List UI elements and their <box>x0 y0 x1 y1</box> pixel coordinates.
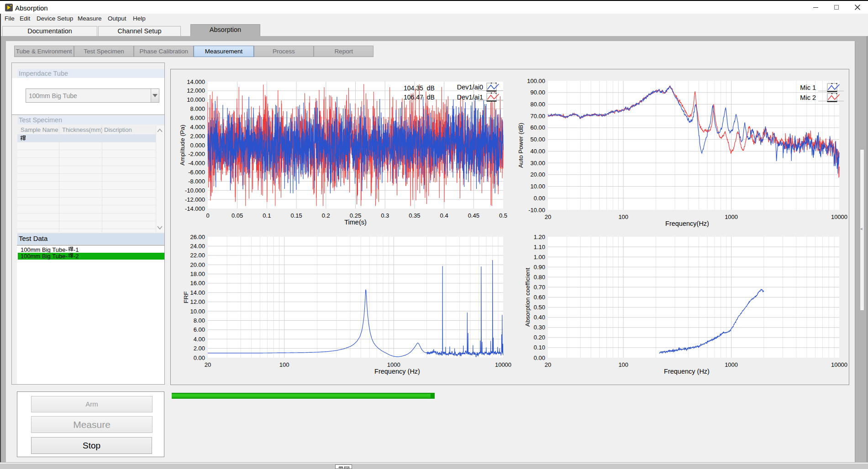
svg-text:1.00: 1.00 <box>534 254 545 261</box>
svg-text:100.00: 100.00 <box>527 78 545 84</box>
svg-text:10.00: 10.00 <box>530 183 545 190</box>
svg-text:6.000: 6.000 <box>190 115 205 121</box>
svg-text:Mic 2: Mic 2 <box>800 94 816 101</box>
svg-text:0.30: 0.30 <box>534 324 545 331</box>
svg-text:0.60: 0.60 <box>534 294 545 301</box>
svg-text:0.05: 0.05 <box>231 212 243 219</box>
svg-text:-14.000: -14.000 <box>185 205 205 212</box>
svg-text:Auto Power (dB): Auto Power (dB) <box>517 123 524 168</box>
svg-text:10000: 10000 <box>831 361 847 368</box>
svg-text:2.000: 2.000 <box>190 133 205 140</box>
svg-text:10000: 10000 <box>831 214 847 220</box>
svg-text:0.35: 0.35 <box>409 212 420 219</box>
svg-text:106.47 dB: 106.47 dB <box>404 94 435 101</box>
svg-text:4.000: 4.000 <box>190 124 205 130</box>
svg-text:0.2: 0.2 <box>322 212 330 219</box>
svg-text:Frequency(Hz): Frequency(Hz) <box>665 220 709 227</box>
svg-text:2.00: 2.00 <box>194 345 205 352</box>
svg-text:Frequency (Hz): Frequency (Hz) <box>664 368 710 375</box>
svg-text:4.00: 4.00 <box>194 336 205 343</box>
svg-text:-12.000: -12.000 <box>185 196 205 203</box>
svg-text:Absorption coefficient: Absorption coefficient <box>524 268 531 327</box>
svg-text:30.00: 30.00 <box>530 160 545 167</box>
svg-text:20.00: 20.00 <box>190 261 205 268</box>
svg-text:0.5: 0.5 <box>499 212 507 219</box>
svg-text:0.00: 0.00 <box>194 354 205 361</box>
svg-text:10000: 10000 <box>495 361 511 368</box>
svg-text:50.00: 50.00 <box>530 136 545 143</box>
svg-text:18.00: 18.00 <box>190 271 205 277</box>
svg-text:20: 20 <box>545 214 551 220</box>
svg-text:20: 20 <box>205 361 211 368</box>
svg-text:0.00: 0.00 <box>534 195 545 202</box>
svg-text:0.40: 0.40 <box>534 314 545 321</box>
svg-text:-6.000: -6.000 <box>188 169 205 176</box>
svg-text:0.20: 0.20 <box>534 334 545 341</box>
svg-text:10.00: 10.00 <box>190 308 205 315</box>
svg-text:Time(s): Time(s) <box>344 219 367 226</box>
svg-text:16.00: 16.00 <box>190 280 205 287</box>
svg-text:0.90: 0.90 <box>534 264 545 271</box>
svg-text:0.50: 0.50 <box>534 304 545 311</box>
svg-text:Dev1/ai0: Dev1/ai0 <box>457 83 483 91</box>
svg-text:22.00: 22.00 <box>190 252 205 259</box>
svg-text:1.10: 1.10 <box>534 244 545 250</box>
svg-text:26.00: 26.00 <box>190 234 205 240</box>
svg-text:1.20: 1.20 <box>534 234 545 240</box>
svg-text:-10.00: -10.00 <box>528 207 545 214</box>
svg-text:80.00: 80.00 <box>530 101 545 108</box>
svg-text:0: 0 <box>206 212 209 219</box>
svg-text:20: 20 <box>545 361 551 368</box>
svg-text:12.00: 12.00 <box>190 298 205 305</box>
svg-text:14.00: 14.00 <box>190 289 205 296</box>
svg-text:8.00: 8.00 <box>194 317 205 324</box>
svg-text:0.70: 0.70 <box>534 284 545 291</box>
svg-text:0.00: 0.00 <box>534 354 545 361</box>
svg-text:0.4: 0.4 <box>440 212 448 219</box>
svg-text:0.1: 0.1 <box>263 212 271 219</box>
svg-text:0.15: 0.15 <box>290 212 302 219</box>
svg-text:10.000: 10.000 <box>187 96 205 103</box>
svg-text:-8.000: -8.000 <box>188 178 205 185</box>
svg-text:1000: 1000 <box>725 214 738 220</box>
svg-text:0.80: 0.80 <box>534 274 545 281</box>
svg-text:1000: 1000 <box>725 361 738 368</box>
svg-text:0.45: 0.45 <box>468 212 479 219</box>
svg-text:0.10: 0.10 <box>534 344 545 351</box>
svg-text:-2.000: -2.000 <box>188 151 205 157</box>
svg-text:60.00: 60.00 <box>530 124 545 131</box>
svg-text:0.3: 0.3 <box>381 212 389 219</box>
svg-text:-10.000: -10.000 <box>185 187 205 194</box>
svg-text:14.000: 14.000 <box>187 78 205 85</box>
svg-text:70.00: 70.00 <box>530 113 545 120</box>
svg-text:Amplitude (Pa): Amplitude (Pa) <box>179 125 186 165</box>
svg-text:Mic 1: Mic 1 <box>800 84 816 91</box>
svg-text:20.00: 20.00 <box>530 171 545 178</box>
svg-text:24.00: 24.00 <box>190 243 205 250</box>
svg-text:0.000: 0.000 <box>190 142 205 149</box>
svg-text:40.00: 40.00 <box>530 148 545 155</box>
svg-text:104.35 dB: 104.35 dB <box>404 84 435 92</box>
svg-text:100: 100 <box>279 361 289 368</box>
svg-text:8.000: 8.000 <box>190 105 205 112</box>
svg-text:-4.000: -4.000 <box>188 160 205 167</box>
svg-text:FRF: FRF <box>183 291 189 303</box>
svg-text:12.000: 12.000 <box>187 87 205 94</box>
svg-text:6.00: 6.00 <box>194 326 205 333</box>
svg-text:100: 100 <box>618 214 628 220</box>
svg-text:Dev1/ai1: Dev1/ai1 <box>457 94 483 101</box>
svg-text:Frequency (Hz): Frequency (Hz) <box>374 368 420 375</box>
svg-text:100: 100 <box>618 361 628 368</box>
svg-text:90.00: 90.00 <box>530 89 545 96</box>
